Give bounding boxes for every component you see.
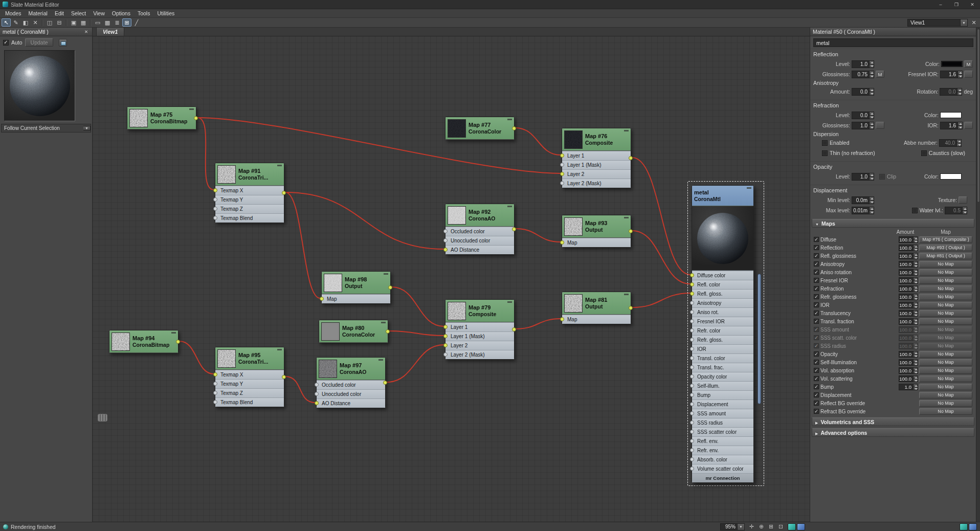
spinner-down-icon[interactable] <box>913 305 918 308</box>
map-button[interactable]: No Map <box>919 392 972 399</box>
render-map-icon[interactable]: ▩ <box>103 18 112 27</box>
node-slot[interactable]: Layer 1 <box>562 151 631 160</box>
material-preview-large[interactable] <box>4 50 75 121</box>
collapse-node-icon[interactable] <box>507 301 512 303</box>
node-slot[interactable]: IOR <box>692 344 753 353</box>
spinner-down-icon[interactable] <box>957 74 963 78</box>
input-socket[interactable] <box>560 240 564 245</box>
spinner-down-icon[interactable] <box>869 176 874 181</box>
output-socket[interactable] <box>512 327 516 331</box>
node-slot[interactable]: Refr. color <box>692 326 753 335</box>
map-button[interactable]: No Map <box>919 326 972 333</box>
hide-unused-nodeslots-icon[interactable]: ≣ <box>113 18 122 27</box>
spinner[interactable]: 0.0 <box>852 112 874 119</box>
spinner-down-icon[interactable] <box>913 313 918 317</box>
checkbox[interactable] <box>822 150 828 156</box>
show-background-icon[interactable]: ▦ <box>79 18 88 27</box>
spinner-down-icon[interactable] <box>869 74 874 78</box>
node-header[interactable]: Map #75CoronaBitmap <box>127 107 196 129</box>
input-socket[interactable] <box>443 248 448 252</box>
input-socket[interactable] <box>560 153 564 158</box>
spinner[interactable]: 100.0 <box>899 326 918 333</box>
spinner-down-icon[interactable] <box>869 64 874 68</box>
node-slot[interactable]: Refr. gloss. <box>692 335 753 344</box>
map-button[interactable]: No Map <box>919 400 972 407</box>
input-socket[interactable] <box>690 273 694 277</box>
map-enable-checkbox[interactable] <box>814 294 819 299</box>
show-grid-icon[interactable]: ⊞ <box>122 18 131 27</box>
spinner-up-icon[interactable] <box>956 139 962 143</box>
node-slot[interactable]: Texmap X <box>215 370 284 379</box>
node-map93[interactable]: Map #93OutputMap <box>562 215 631 248</box>
node-header[interactable]: Map #95CoronaTri... <box>215 347 284 370</box>
preview-options-icon[interactable] <box>59 39 67 47</box>
rollout-volumetrics-and-sss[interactable]: Volumetrics and SSS <box>812 417 974 426</box>
input-socket[interactable] <box>213 207 217 211</box>
map-enable-checkbox[interactable] <box>814 253 819 258</box>
node-slot[interactable]: AO Distance <box>317 399 385 408</box>
input-socket[interactable] <box>690 393 694 397</box>
map-enable-checkbox[interactable] <box>814 335 819 340</box>
node-slot[interactable]: Refl. color <box>692 280 753 289</box>
spinner[interactable]: 100.0 <box>899 277 918 284</box>
spinner-down-icon[interactable] <box>869 125 874 129</box>
spinner[interactable]: 0.75 <box>852 71 874 78</box>
node-slot[interactable]: Refl. gloss. <box>692 289 753 298</box>
selection-mode-dropdown[interactable]: Follow Current Selection <box>1 124 91 132</box>
input-socket[interactable] <box>690 402 694 406</box>
collapse-node-icon[interactable] <box>277 349 282 350</box>
spinner[interactable]: 100.0 <box>899 269 918 276</box>
collapse-node-icon[interactable] <box>384 273 388 275</box>
node-slot[interactable]: SSS scatter color <box>692 427 753 436</box>
map-enable-checkbox[interactable] <box>814 360 819 365</box>
map-button[interactable]: Map #81 ( Output ) <box>919 253 972 259</box>
node-slot[interactable]: Occluded color <box>317 380 385 389</box>
input-socket[interactable] <box>690 319 694 323</box>
node-slot[interactable]: Layer 2 <box>562 169 631 179</box>
node-slot[interactable]: Occluded color <box>446 227 514 236</box>
node-slot[interactable]: Unoccluded color <box>317 389 385 399</box>
spinner-up-icon[interactable] <box>869 88 874 92</box>
zoom-level-dropdown[interactable]: 95% <box>720 523 745 530</box>
input-socket[interactable] <box>690 365 694 369</box>
spinner[interactable]: 100.0 <box>899 302 918 308</box>
input-socket[interactable] <box>443 325 448 329</box>
empty-map-button[interactable] <box>964 71 973 78</box>
node-slot[interactable]: Opacity color <box>692 372 753 381</box>
output-socket[interactable] <box>386 329 390 334</box>
spinner[interactable]: 100.0 <box>899 375 918 382</box>
map-enable-checkbox[interactable] <box>814 409 819 414</box>
color-swatch[interactable] <box>941 61 963 67</box>
delete-selected-icon[interactable]: ✕ <box>31 18 40 27</box>
output-socket[interactable] <box>388 285 392 290</box>
node-header[interactable]: Map #79Composite <box>446 300 514 322</box>
spinner-down-icon[interactable] <box>869 210 874 214</box>
map-button[interactable]: No Map <box>919 351 972 358</box>
view-selector[interactable]: View1 <box>907 19 968 27</box>
node-slot[interactable]: Texmap Y <box>215 195 284 204</box>
map-button[interactable]: No Map <box>919 375 972 382</box>
wire-map80-to-map79[interactable] <box>389 331 444 336</box>
collapse-node-icon[interactable] <box>507 206 512 207</box>
map-enable-checkbox[interactable] <box>814 286 819 291</box>
collapse-node-icon[interactable] <box>624 217 629 218</box>
spinner[interactable]: 40.0 <box>939 139 962 147</box>
input-socket[interactable] <box>690 292 694 296</box>
checkbox[interactable] <box>879 174 885 180</box>
spinner-down-icon[interactable] <box>913 280 918 284</box>
output-socket[interactable] <box>512 227 516 231</box>
put-material-to-scene-icon[interactable]: ◧ <box>21 18 30 27</box>
spinner-down-icon[interactable] <box>913 329 918 333</box>
material-name-field[interactable] <box>813 38 973 47</box>
spinner-up-icon[interactable] <box>957 71 963 74</box>
wire-map77-to-map76[interactable] <box>516 128 561 155</box>
node-slot[interactable]: Layer 1 (Mask) <box>446 331 514 341</box>
output-socket[interactable] <box>629 229 633 233</box>
input-socket[interactable] <box>690 328 694 333</box>
node-subrollout[interactable]: mr Connection <box>692 473 753 482</box>
input-socket[interactable] <box>213 382 217 386</box>
wire-map98-to-map79[interactable] <box>392 287 444 326</box>
input-socket[interactable] <box>213 216 217 220</box>
spinner-down-icon[interactable] <box>962 210 967 214</box>
spinner-up-icon[interactable] <box>869 207 874 210</box>
